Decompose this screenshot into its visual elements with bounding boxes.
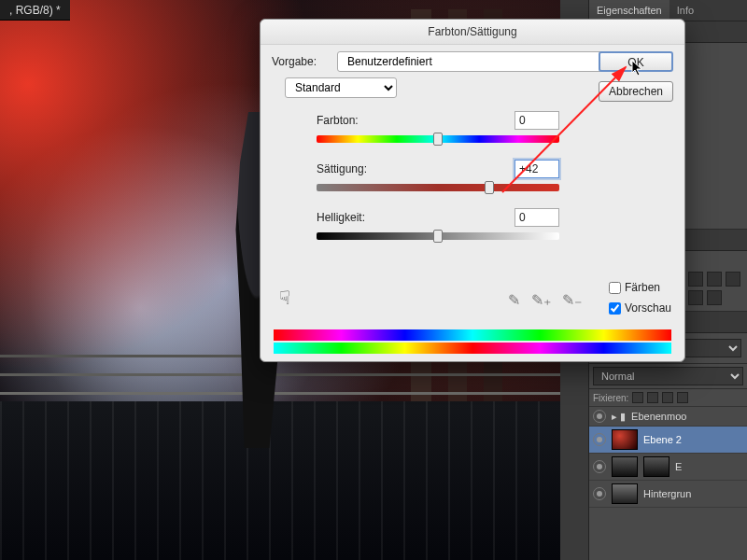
lock-transparency-icon[interactable] — [632, 392, 643, 403]
colorize-checkbox[interactable]: Färben — [609, 277, 671, 298]
visibility-icon[interactable] — [593, 487, 606, 500]
lock-all-icon[interactable] — [677, 392, 688, 403]
layer-thumbnail — [612, 429, 638, 450]
eyedropper-add-icon[interactable]: ✎₊ — [531, 291, 551, 309]
spectrum-after — [274, 343, 671, 354]
lightness-handle[interactable] — [433, 230, 443, 243]
hue-slider[interactable] — [317, 135, 559, 143]
adj-icon[interactable] — [707, 290, 722, 305]
eyedropper-subtract-icon[interactable]: ✎₋ — [562, 291, 582, 309]
visibility-icon[interactable] — [593, 433, 606, 446]
preset-label: Vorgabe: — [272, 55, 330, 68]
adj-icon[interactable] — [688, 272, 703, 287]
layer-row[interactable]: Ebene 2 — [589, 427, 747, 454]
folder-icon: ▸ ▮ — [612, 411, 626, 423]
saturation-handle[interactable] — [485, 181, 494, 194]
saturation-input[interactable]: +42 — [514, 160, 559, 178]
targeted-adjust-icon[interactable]: ☟ — [279, 287, 290, 309]
layer-name: Hintergrun — [643, 488, 691, 499]
saturation-label: Sättigung: — [317, 162, 391, 175]
hue-input[interactable]: 0 — [514, 111, 559, 130]
layer-name: E — [675, 461, 682, 472]
layer-row[interactable]: ▸ ▮ Ebenenmoo — [589, 407, 747, 427]
lightness-input[interactable]: 0 — [514, 208, 559, 227]
visibility-icon[interactable] — [593, 460, 606, 473]
layer-name: Ebenenmoo — [631, 411, 686, 422]
blend-mode-select[interactable]: Normal — [593, 367, 743, 385]
layer-thumbnail — [612, 483, 638, 504]
adj-icon[interactable] — [726, 272, 740, 287]
bg-railings — [0, 392, 560, 395]
blend-row: Normal — [589, 364, 747, 389]
bg-floor — [0, 401, 560, 560]
layer-mask-thumbnail — [643, 456, 669, 477]
hue-saturation-dialog: Farbton/Sättigung Vorgabe: Benutzerdefin… — [260, 19, 685, 362]
eyedropper-icon[interactable]: ✎ — [508, 291, 520, 309]
lightness-label: Helligkeit: — [317, 211, 391, 224]
dialog-title: Farbton/Sättigung — [261, 20, 684, 45]
tab-properties[interactable]: Eigenschaften — [589, 0, 669, 21]
document-tab[interactable]: , RGB/8) * — [0, 0, 70, 21]
lock-pixels-icon[interactable] — [647, 392, 658, 403]
lock-label: Fixieren: — [593, 393, 628, 403]
cursor-icon — [631, 60, 644, 77]
preview-label: Vorschau — [625, 298, 671, 318]
colorize-label: Färben — [625, 277, 660, 298]
lock-position-icon[interactable] — [662, 392, 673, 403]
adj-icon[interactable] — [688, 290, 703, 305]
layer-name: Ebene 2 — [643, 434, 682, 445]
layer-row[interactable]: E — [589, 454, 747, 481]
lock-row: Fixieren: — [589, 389, 747, 407]
adj-icon[interactable] — [707, 272, 722, 287]
layer-row[interactable]: Hintergrun — [589, 481, 747, 508]
tab-info[interactable]: Info — [669, 0, 701, 21]
color-spectrum — [274, 328, 671, 354]
layer-thumbnail — [612, 456, 638, 477]
cancel-button[interactable]: Abbrechen — [599, 81, 673, 102]
preview-checkbox[interactable]: Vorschau — [609, 298, 671, 318]
visibility-icon[interactable] — [593, 410, 606, 423]
hue-handle[interactable] — [433, 133, 443, 146]
spectrum-before — [274, 329, 671, 341]
hue-label: Farbton: — [317, 114, 391, 127]
saturation-slider[interactable] — [317, 184, 559, 191]
lightness-slider[interactable] — [317, 232, 559, 240]
channel-select[interactable]: Standard — [285, 77, 397, 98]
